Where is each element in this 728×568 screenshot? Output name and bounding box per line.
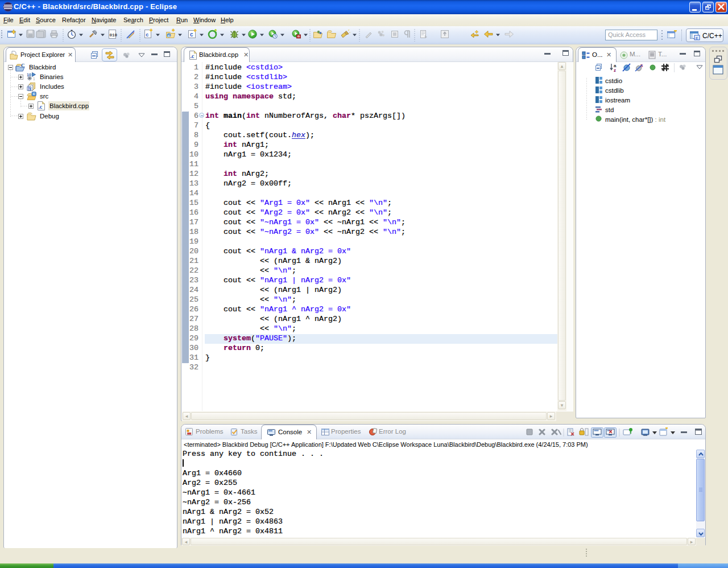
svg-text:c: c <box>190 31 193 38</box>
svg-text:c: c <box>146 32 148 38</box>
svg-text:.c: .c <box>191 53 195 59</box>
svg-text:10: 10 <box>27 73 31 77</box>
svg-text:010: 010 <box>109 33 117 38</box>
svg-text:h: h <box>28 86 31 91</box>
svg-text:c: c <box>33 92 35 96</box>
svg-text:.c: .c <box>39 104 43 110</box>
svg-text:C: C <box>21 63 25 68</box>
svg-text:c: c <box>168 33 170 38</box>
svg-text:c: c <box>696 35 698 40</box>
svg-text:1: 1 <box>33 77 35 81</box>
svg-text:z: z <box>614 68 616 72</box>
